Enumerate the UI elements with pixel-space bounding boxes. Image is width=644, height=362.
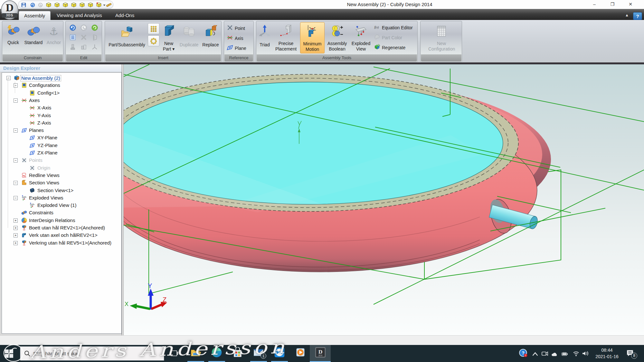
tree-item-verk-utan-axel-och-h-lrev2-1-[interactable]: +Verk utan axel och hålREV2<1> <box>2 232 121 239</box>
taskbar-app-edge[interactable] <box>206 345 227 361</box>
ribbon-button-minimum-motion[interactable]: MinimumMotion <box>300 22 325 53</box>
ribbon-button-exploded-view[interactable]: ExplodedView <box>350 22 372 53</box>
view-cube-2-icon[interactable] <box>54 2 60 8</box>
save-icon[interactable] <box>21 2 26 8</box>
ribbon-button-anchor[interactable]: ⚓Anchor <box>45 22 62 53</box>
tree-item-config-1-[interactable]: Config<1> <box>2 89 121 97</box>
tool-equation-editor-button[interactable]: f(x)Equation Editor <box>374 24 416 32</box>
edit-list-icon[interactable] <box>69 33 77 42</box>
taskbar-app-teamviewer[interactable] <box>269 345 290 361</box>
redo-icon[interactable] <box>38 2 43 8</box>
tree-expander-icon[interactable]: − <box>14 98 18 103</box>
tree-expander-icon[interactable]: − <box>14 181 18 185</box>
taskbar-app-mail[interactable]: 1 <box>248 345 269 361</box>
tray-battery-icon[interactable] <box>562 351 568 358</box>
edit-suppress-icon[interactable] <box>91 33 99 42</box>
tray-cloud-icon[interactable] <box>551 351 558 359</box>
ribbon-button-part-subassembly[interactable]: Part/Subassembly <box>106 22 147 53</box>
tree-item-origin[interactable]: Origin <box>2 164 121 172</box>
tree-expander-icon[interactable]: − <box>14 158 18 162</box>
tree-item-interdesign-relations[interactable]: +InterDesign Relations <box>2 217 121 224</box>
view-cube-1-icon[interactable] <box>46 2 52 8</box>
edit-delete-icon[interactable] <box>80 33 88 42</box>
tree-expander-icon[interactable]: + <box>14 233 18 237</box>
tool-part-color-button[interactable]: Part Color <box>374 34 416 42</box>
tree-expander-icon[interactable]: − <box>6 76 11 80</box>
view-cube-5-icon[interactable] <box>80 2 85 8</box>
tree-item-x-axis[interactable]: X-Axis <box>2 104 121 111</box>
ribbon-button-standard[interactable]: Standard <box>22 22 45 53</box>
restore-button[interactable]: ❐ <box>607 2 618 7</box>
tree-item-axes[interactable]: −Axes <box>2 97 121 104</box>
measure-icon[interactable] <box>106 2 111 8</box>
tree-expander-icon[interactable]: − <box>14 128 18 133</box>
viewport-3d[interactable]: Y X Z <box>124 64 644 335</box>
tree-item-xy-plane[interactable]: XY-Plane <box>2 134 121 141</box>
minimize-button[interactable]: – <box>589 2 600 7</box>
tree-item-z-axis[interactable]: Z-Axis <box>2 119 121 126</box>
edit-undo-icon[interactable] <box>69 24 77 32</box>
tree-expander-icon[interactable]: + <box>14 226 18 230</box>
taskbar-app-cubify-design[interactable]: D3DS <box>310 345 331 361</box>
edit-pattern-icon[interactable] <box>80 43 88 51</box>
help-button[interactable]: ? <box>633 12 642 20</box>
taskbar-search-input[interactable]: Skriv här för att söka <box>20 346 164 361</box>
tab-add-ons[interactable]: Add-Ons <box>110 11 139 20</box>
tree-expander-icon[interactable]: + <box>14 241 18 245</box>
undo-icon[interactable] <box>30 2 35 8</box>
ribbon-button-new-part-[interactable]: NewPart ▾ <box>160 22 177 53</box>
tree-item-section-views[interactable]: −Section Views <box>2 179 121 186</box>
ribbon-button-precise-placement[interactable]: PrecisePlacement <box>273 22 299 53</box>
tray-speaker-icon[interactable] <box>582 350 589 358</box>
app-logo[interactable]: D 3DS <box>1 0 18 20</box>
start-button[interactable] <box>5 349 14 358</box>
tray-wifi-icon[interactable] <box>573 350 579 358</box>
reference-plane-button[interactable]: Plane <box>227 44 252 53</box>
tree-item-section-view-1-[interactable]: Section View<1> <box>2 187 121 194</box>
close-button[interactable]: ✕ <box>625 2 636 7</box>
tree-expander-icon[interactable]: + <box>14 218 18 223</box>
tree-expander-icon[interactable]: − <box>14 196 18 200</box>
tree-item-constraints[interactable]: Constraints <box>2 209 121 216</box>
ribbon-button-duplicate[interactable]: Duplicate <box>178 22 200 53</box>
tree-item-boett-utan-h-l-rev2-1-anchored-[interactable]: +⚓Boett utan hål REV2<1>(Anchored) <box>2 224 121 231</box>
edit-redo-icon[interactable] <box>80 24 88 32</box>
tab-viewing-and-analysis[interactable]: Viewing and Analysis <box>52 11 107 20</box>
tab-assembly[interactable]: Assembly <box>19 11 51 20</box>
tree-item-y-axis[interactable]: Y-Axis <box>2 112 121 119</box>
tray-camera-icon[interactable] <box>542 350 548 358</box>
edit-update-icon[interactable] <box>91 24 99 32</box>
view-cube-3-icon[interactable] <box>63 2 68 8</box>
reference-point-button[interactable]: Point <box>227 24 252 33</box>
ribbon-button-quick[interactable]: Quick <box>4 22 22 53</box>
task-view-icon[interactable] <box>169 349 178 357</box>
tree-item-configurations[interactable]: −Configurations <box>2 82 121 89</box>
edit-wireframe-icon[interactable] <box>91 43 99 51</box>
view-cube-6-icon[interactable] <box>88 2 93 8</box>
tree-item-exploded-views[interactable]: −Exploded Views <box>2 194 121 201</box>
ribbon-button-assembly-boolean[interactable]: AssemblyBoolean <box>325 22 349 53</box>
taskbar-clock[interactable]: 08:44 2021-01-16 <box>592 347 621 360</box>
insert-pattern-circle-icon[interactable] <box>148 35 159 46</box>
ribbon-button-triad[interactable]: Triad <box>257 22 272 53</box>
view-cube-red-icon[interactable] <box>96 2 102 8</box>
tree-item-yz-plane[interactable]: YZ-Plane <box>2 142 121 149</box>
tree-item-new-assembly-2-[interactable]: −New Assembly (2) <box>2 74 121 81</box>
ribbon-button-replace[interactable]: Replace <box>201 22 220 53</box>
tray-help-icon[interactable]: ?! <box>519 349 527 358</box>
tree-expander-icon[interactable]: − <box>14 83 18 88</box>
tree-item-exploded-view-1-[interactable]: Exploded View (1) <box>2 202 121 209</box>
ribbon-button-new-configuration[interactable]: NewConfiguration <box>428 22 455 53</box>
tool-regenerate-button[interactable]: Regenerate <box>374 44 416 52</box>
view-cube-4-icon[interactable] <box>71 2 77 8</box>
insert-pattern-grid-icon[interactable] <box>148 23 159 34</box>
taskbar-app-file-explorer[interactable] <box>185 345 206 361</box>
tree-item-redline-views[interactable]: Redline Views <box>2 172 121 179</box>
tree-item-points[interactable]: −Points <box>2 157 121 164</box>
taskbar-app-media-player[interactable] <box>290 345 311 361</box>
tray-chevron-icon[interactable] <box>532 351 538 358</box>
tray-notification-icon[interactable]: 8 <box>626 349 634 358</box>
tree-item-zx-plane[interactable]: ZX-Plane <box>2 149 121 156</box>
edit-push-icon[interactable] <box>69 43 77 51</box>
tree-item-planes[interactable]: −Planes <box>2 127 121 134</box>
